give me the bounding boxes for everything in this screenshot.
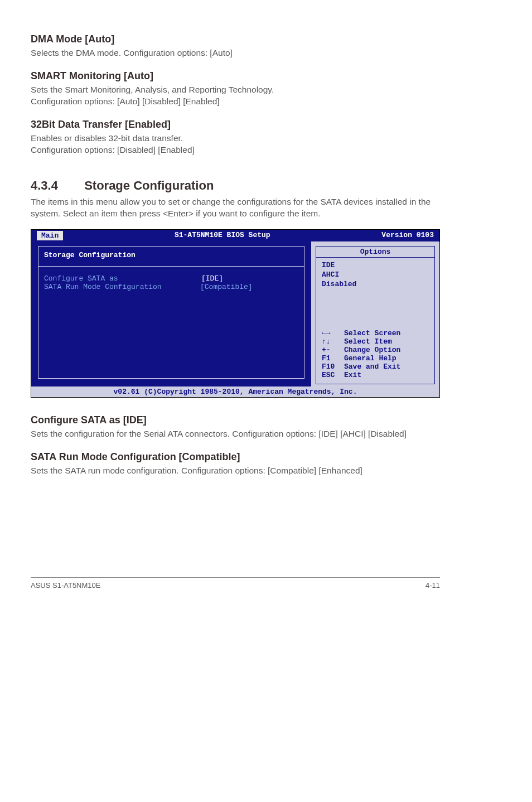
- bios-tab-main: Main: [37, 231, 63, 240]
- heading-dma: DMA Mode [Auto]: [31, 33, 440, 45]
- bios-left-panel: Storage Configuration Configure SATA as …: [31, 241, 311, 386]
- bios-key-desc: Save and Exit: [344, 363, 400, 371]
- bios-row: Configure SATA as [IDE]: [44, 274, 298, 283]
- bios-options-title: Options: [316, 246, 435, 258]
- section-heading-storage: 4.3.4 Storage Configuration: [31, 178, 440, 193]
- bios-mode: Disabled: [322, 280, 429, 289]
- body-sata-run: Sets the SATA run mode configuration. Co…: [31, 465, 440, 477]
- body-32bit: Enables or disables 32-bit data transfer…: [31, 133, 440, 156]
- bios-key-sym: ↑↓: [322, 337, 344, 346]
- bios-key-desc: Select Item: [344, 337, 392, 346]
- body-smart: Sets the Smart Monitoring, Analysis, and…: [31, 84, 440, 108]
- bios-row: SATA Run Mode Configuration [Compatible]: [44, 283, 298, 291]
- heading-smart: SMART Monitoring [Auto]: [31, 70, 440, 82]
- bios-key-sym: F10: [322, 363, 344, 371]
- bios-topbar: Main S1-AT5NM10E BIOS Setup Version 0103: [31, 230, 439, 241]
- bios-screenshot: Main S1-AT5NM10E BIOS Setup Version 0103…: [31, 229, 440, 398]
- bios-keys: ←→Select Screen ↑↓Select Item +-Change O…: [322, 329, 429, 379]
- heading-configure-sata: Configure SATA as [IDE]: [31, 414, 440, 426]
- section-number: 4.3.4: [31, 178, 81, 193]
- footer-right: 4-11: [425, 581, 440, 590]
- bios-row-value: [IDE]: [200, 274, 224, 283]
- section-title: Storage Configuration: [84, 178, 214, 192]
- bios-title: S1-AT5NM10E BIOS Setup: [175, 231, 270, 240]
- body-32bit-2: Configuration options: [Disabled] [Enabl…: [31, 145, 195, 154]
- bios-key-sym: F1: [322, 354, 344, 363]
- body-smart-1: Sets the Smart Monitoring, Analysis, and…: [31, 85, 274, 94]
- page-footer: ASUS S1-AT5NM10E 4-11: [31, 577, 440, 590]
- body-32bit-1: Enables or disables 32-bit data transfer…: [31, 133, 183, 143]
- bios-key-desc: Exit: [344, 371, 361, 379]
- footer-left: ASUS S1-AT5NM10E: [31, 581, 100, 590]
- bios-row-label: Configure SATA as: [44, 274, 200, 283]
- body-smart-2: Configuration options: [Auto] [Disabled]…: [31, 96, 220, 106]
- bios-row-value: [Compatible]: [200, 283, 253, 291]
- body-dma: Selects the DMA mode. Configuration opti…: [31, 47, 440, 59]
- bios-row-label: SATA Run Mode Configuration: [44, 283, 200, 291]
- bios-key-desc: General Help: [344, 354, 396, 363]
- bios-version: Version 0103: [381, 231, 434, 240]
- bios-footer: v02.61 (C)Copyright 1985-2010, American …: [31, 386, 439, 397]
- bios-key-sym: ESC: [322, 371, 344, 379]
- bios-right-panel: Options IDE AHCI Disabled ←→Select Scree…: [311, 241, 439, 386]
- heading-sata-run: SATA Run Mode Configuration [Compatible]: [31, 451, 440, 463]
- bios-key-desc: Select Screen: [344, 329, 400, 337]
- section-intro: The items in this menu allow you to set …: [31, 196, 440, 220]
- bios-key-desc: Change Option: [344, 346, 400, 354]
- bios-key-sym: +-: [322, 346, 344, 354]
- bios-box-title: Storage Configuration: [44, 251, 298, 259]
- heading-32bit: 32Bit Data Transfer [Enabled]: [31, 119, 440, 131]
- body-configure-sata: Sets the configuration for the Serial AT…: [31, 428, 440, 440]
- bios-key-sym: ←→: [322, 329, 344, 337]
- bios-mode: IDE: [322, 261, 429, 270]
- bios-mode: AHCI: [322, 270, 429, 280]
